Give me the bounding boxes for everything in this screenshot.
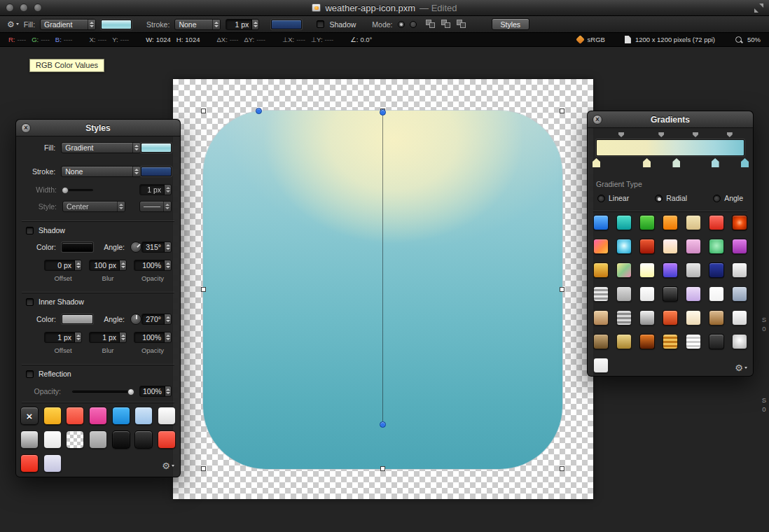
gradient-preset-swatch[interactable] — [709, 286, 724, 302]
gradient-preset-swatch[interactable] — [639, 310, 655, 326]
tool-settings-gear-icon[interactable]: ⚙ — [7, 20, 19, 29]
shadow-angle-knob[interactable] — [130, 241, 141, 253]
close-panel-icon[interactable]: × — [593, 115, 602, 125]
gradient-preset-swatch[interactable] — [593, 215, 609, 230]
style-preset[interactable] — [112, 407, 130, 425]
gradient-midpoint-handle[interactable] — [658, 132, 664, 137]
style-preset[interactable] — [20, 454, 39, 472]
selection-handle-middle-right[interactable] — [560, 287, 564, 292]
combine-intersect-icon[interactable] — [457, 20, 467, 29]
fill-type-dropdown[interactable]: Gradient — [40, 19, 96, 30]
inner-shadow-opacity-stepper[interactable]: 100% — [134, 332, 172, 343]
gradient-end-handle[interactable] — [380, 421, 386, 428]
gradient-preset-swatch[interactable] — [593, 262, 609, 278]
gradient-stop-handle[interactable] — [741, 158, 749, 167]
gradient-start-handle[interactable] — [380, 109, 386, 115]
gradient-midpoint-handle[interactable] — [727, 132, 733, 137]
style-preset-none[interactable]: × — [20, 407, 39, 425]
stroke-type-dropdown[interactable]: None — [174, 19, 221, 30]
gradient-preset-swatch[interactable] — [616, 239, 632, 254]
radio-linear[interactable]: Linear — [597, 194, 629, 202]
reflection-section-checkbox[interactable] — [26, 370, 34, 378]
gradient-preset-swatch[interactable] — [616, 334, 632, 349]
fullscreen-icon[interactable] — [754, 4, 763, 13]
inner-shadow-offset-stepper[interactable]: 1 px — [44, 332, 82, 343]
mode-option-1[interactable] — [398, 21, 405, 28]
gradient-preset-swatch[interactable] — [663, 239, 678, 254]
gradient-stop-handle[interactable] — [672, 158, 680, 167]
stroke-position-dropdown[interactable]: Center — [62, 201, 125, 212]
shadow-section-checkbox[interactable] — [26, 227, 34, 234]
styles-panel-toggle-button[interactable]: Styles — [492, 18, 530, 30]
stroke-type-dropdown[interactable]: None — [61, 166, 141, 177]
styles-gear-icon[interactable]: ⚙ — [162, 461, 174, 471]
gradient-preset-swatch[interactable] — [616, 262, 632, 278]
selection-handle-bottom-center[interactable] — [380, 466, 385, 471]
stroke-color-swatch[interactable] — [141, 167, 172, 176]
minimize-window-button[interactable] — [20, 4, 28, 12]
radio-circle[interactable] — [713, 195, 721, 202]
gradient-preset-swatch[interactable] — [732, 262, 747, 278]
stroke-width-slider[interactable] — [62, 189, 93, 191]
style-preset[interactable] — [89, 407, 107, 425]
gradient-preset-swatch[interactable] — [709, 334, 724, 349]
style-preset[interactable] — [112, 430, 130, 449]
close-window-button[interactable] — [6, 4, 14, 12]
stroke-line-style-dropdown[interactable] — [139, 201, 172, 212]
colorspace-label[interactable]: sRGB — [588, 36, 605, 43]
shadow-color-swatch[interactable] — [62, 242, 93, 252]
shadow-checkbox[interactable] — [317, 20, 324, 28]
gradient-preset-swatch[interactable] — [732, 215, 747, 230]
gradient-preset-swatch[interactable] — [663, 262, 678, 278]
gradient-preset-swatch[interactable] — [686, 262, 701, 278]
gradient-midpoint-handle[interactable] — [618, 132, 624, 137]
gradient-preset-swatch[interactable] — [639, 262, 655, 278]
selection-handle-top-left[interactable] — [201, 108, 206, 113]
gradient-preset-swatch[interactable] — [709, 310, 724, 326]
gradient-stop-handle[interactable] — [643, 158, 651, 167]
inner-shadow-angle-knob[interactable] — [130, 314, 141, 325]
gradient-preset-swatch[interactable] — [732, 334, 747, 349]
stroke-width-stepper[interactable]: 1 px — [226, 19, 259, 30]
gradient-preset-swatch[interactable] — [663, 286, 678, 302]
gradient-editor-bar[interactable] — [596, 139, 744, 156]
gradient-preset-swatch[interactable] — [709, 215, 724, 230]
gradient-preset-swatch[interactable] — [709, 239, 724, 254]
gradient-preset-swatch[interactable] — [639, 215, 655, 230]
styles-panel-header[interactable]: × Styles — [16, 120, 180, 136]
selection-handle-bottom-right[interactable] — [560, 466, 564, 471]
style-preset[interactable] — [20, 430, 39, 449]
selection-handle-middle-left[interactable] — [201, 287, 206, 292]
gradient-preset-swatch[interactable] — [663, 334, 678, 349]
radio-angle[interactable]: Angle — [713, 194, 743, 202]
radio-circle[interactable] — [597, 195, 605, 202]
gradient-preset-swatch[interactable] — [732, 286, 747, 302]
slider-knob[interactable] — [62, 187, 69, 194]
zoom-level[interactable]: 50% — [747, 36, 761, 43]
selection-handle-bottom-left[interactable] — [201, 466, 206, 471]
gradient-preset-swatch[interactable] — [639, 334, 655, 349]
radio-radial[interactable]: Radial — [655, 194, 687, 202]
inner-shadow-section-checkbox[interactable] — [26, 298, 34, 306]
gradient-preset-swatch[interactable] — [686, 239, 701, 254]
gradient-preset-swatch[interactable] — [732, 310, 747, 326]
gradient-stop-handle[interactable] — [593, 158, 600, 167]
style-preset[interactable] — [134, 407, 153, 425]
gradient-preset-swatch[interactable] — [686, 334, 701, 349]
fill-gradient-swatch[interactable] — [141, 143, 172, 153]
gradient-radius-handle[interactable] — [256, 108, 262, 114]
combine-subtract-icon[interactable] — [441, 20, 452, 29]
combine-union-icon[interactable] — [426, 20, 436, 29]
gradient-preset-swatch[interactable] — [663, 310, 678, 326]
gradient-preset-swatch[interactable] — [616, 310, 632, 326]
shadow-offset-stepper[interactable]: 0 px — [44, 260, 82, 271]
style-preset[interactable] — [134, 430, 153, 449]
shadow-angle-stepper[interactable]: 315° — [141, 241, 172, 253]
shadow-blur-stepper[interactable]: 100 px — [89, 260, 127, 271]
inner-shadow-color-swatch[interactable] — [62, 314, 93, 324]
gradients-gear-icon[interactable]: ⚙ — [735, 363, 747, 373]
style-preset[interactable] — [89, 430, 107, 449]
style-preset[interactable] — [43, 407, 62, 425]
gradient-preset-swatch[interactable] — [616, 215, 632, 230]
gradient-preset-swatch[interactable] — [593, 310, 609, 326]
